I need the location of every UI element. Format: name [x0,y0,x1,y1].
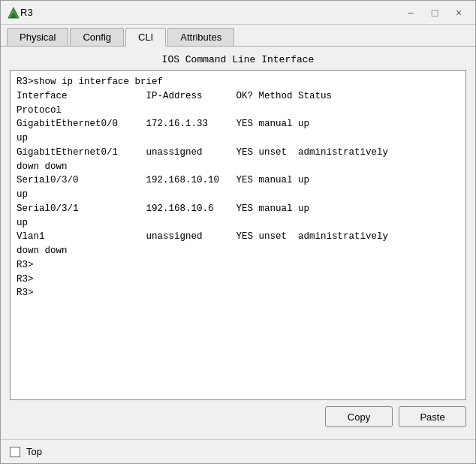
minimize-button[interactable]: − [400,5,421,20]
section-title: IOS Command Line Interface [10,54,466,65]
tab-attributes[interactable]: Attributes [167,28,234,46]
paste-button[interactable]: Paste [399,406,466,427]
bottom-bar: Top [1,439,475,463]
content-area: IOS Command Line Interface R3>show ip in… [1,47,475,439]
tab-config[interactable]: Config [70,28,124,46]
window-controls: − □ × [400,5,469,20]
top-label: Top [26,446,42,457]
tab-bar: Physical Config CLI Attributes [1,25,475,47]
close-button[interactable]: × [448,5,469,20]
tab-cli[interactable]: CLI [125,28,166,47]
terminal-output[interactable]: R3>show ip interface brief Interface IP-… [11,71,465,399]
title-bar: R3 − □ × [1,1,475,25]
top-checkbox[interactable] [10,447,20,457]
button-row: Copy Paste [10,400,466,432]
copy-button[interactable]: Copy [325,406,393,427]
window-title: R3 [20,7,400,18]
main-window: R3 − □ × Physical Config CLI Attributes … [0,0,476,464]
terminal-wrapper: R3>show ip interface brief Interface IP-… [10,70,466,400]
maximize-button[interactable]: □ [424,5,445,20]
tab-physical[interactable]: Physical [7,28,68,46]
app-icon [7,6,20,20]
